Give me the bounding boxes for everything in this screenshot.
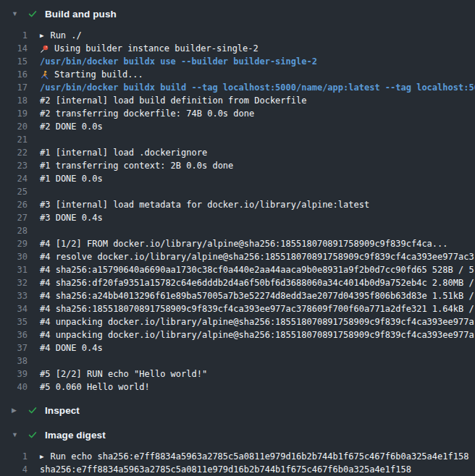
log-line-content: #4 [1/2] FROM docker.io/library/alpine@s… bbox=[40, 237, 448, 250]
line-number[interactable]: 28 bbox=[0, 224, 28, 237]
line-number[interactable]: 32 bbox=[0, 276, 28, 289]
log-line: 31#4 sha256:a15790640a6690aa1730c38cf0a4… bbox=[0, 263, 475, 276]
log-line-content: /usr/bin/docker buildx use --builder bui… bbox=[40, 55, 317, 68]
log-section-inspect: ▶Inspect bbox=[0, 402, 475, 418]
line-number[interactable]: 18 bbox=[0, 94, 28, 107]
log-line: 33#4 sha256:a24bb4013296f61e89ba57005a7b… bbox=[0, 289, 475, 302]
line-number[interactable]: 1 bbox=[0, 29, 28, 42]
line-number[interactable]: 17 bbox=[0, 81, 28, 94]
log-line-content: /usr/bin/docker buildx build --tag local… bbox=[40, 81, 475, 94]
line-number[interactable]: 22 bbox=[0, 146, 28, 159]
log-text: /usr/bin/docker buildx build --tag local… bbox=[40, 81, 475, 94]
log-line: 37#4 DONE 0.4s bbox=[0, 341, 475, 354]
log-line: 22#1 [internal] load .dockerignore bbox=[0, 146, 475, 159]
log-line-content: Using builder instance builder-single-2 bbox=[40, 42, 258, 55]
log-line: 28 bbox=[0, 224, 475, 237]
play-icon[interactable]: ▶ bbox=[40, 454, 43, 460]
chevron-down-icon: ▼ bbox=[12, 11, 28, 17]
log-line: 23#1 transferring context: 2B 0.0s done bbox=[0, 159, 475, 172]
log-text: Starting build... bbox=[54, 68, 143, 81]
line-number[interactable]: 39 bbox=[0, 367, 28, 381]
log-line: 38 bbox=[0, 354, 475, 367]
log-text: #4 sha256:a15790640a6690aa1730c38cf0a440… bbox=[40, 263, 474, 276]
log-text: #4 unpacking docker.io/library/alpine@sh… bbox=[40, 315, 474, 328]
line-number[interactable]: 27 bbox=[0, 211, 28, 224]
log-line: 26#3 [internal] load metadata for docker… bbox=[0, 198, 475, 211]
line-number[interactable]: 15 bbox=[0, 55, 28, 68]
line-number[interactable]: 40 bbox=[0, 381, 28, 394]
check-icon bbox=[28, 9, 45, 19]
log-lines: 1▶Run ./14Using builder instance builder… bbox=[0, 29, 475, 394]
log-line: 40#5 0.060 Hello world! bbox=[0, 381, 475, 394]
line-number[interactable]: 37 bbox=[0, 341, 28, 354]
line-number[interactable]: 36 bbox=[0, 328, 28, 341]
log-line: 17/usr/bin/docker buildx build --tag loc… bbox=[0, 81, 475, 94]
section-header-inspect[interactable]: ▶Inspect bbox=[0, 402, 475, 418]
line-number[interactable]: 29 bbox=[0, 237, 28, 250]
log-text: #1 DONE 0.0s bbox=[40, 172, 103, 185]
log-line-content: #1 transferring context: 2B 0.0s done bbox=[40, 159, 233, 172]
log-text: #1 transferring context: 2B 0.0s done bbox=[40, 159, 233, 172]
log-text: Run echo sha256:e7ff8834a5963a2785c5a081… bbox=[50, 450, 468, 463]
log-text: #3 DONE 0.4s bbox=[40, 211, 103, 224]
log-line-content: #4 sha256:185518070891758909c9f839cf4ca3… bbox=[40, 302, 474, 315]
log-text: Using builder instance builder-single-2 bbox=[54, 42, 258, 55]
log-line-content: #3 DONE 0.4s bbox=[40, 211, 103, 224]
log-section-image-digest: ▼Image digest1▶Run echo sha256:e7ff8834a… bbox=[0, 427, 475, 476]
line-number[interactable]: 1 bbox=[0, 450, 28, 463]
chevron-down-icon: ▼ bbox=[12, 432, 28, 438]
log-line: 24#1 DONE 0.0s bbox=[0, 172, 475, 185]
log-line: 1▶Run ./ bbox=[0, 29, 475, 42]
line-number[interactable]: 19 bbox=[0, 107, 28, 120]
line-number[interactable]: 23 bbox=[0, 159, 28, 172]
runner-icon bbox=[40, 70, 49, 80]
line-number[interactable]: 31 bbox=[0, 263, 28, 276]
check-icon bbox=[28, 430, 45, 440]
log-text: #2 DONE 0.0s bbox=[40, 120, 103, 133]
log-line-content: #4 unpacking docker.io/library/alpine@sh… bbox=[40, 315, 474, 328]
log-line-content: #4 sha256:a24bb4013296f61e89ba57005a7b3e… bbox=[40, 289, 474, 302]
line-number[interactable]: 35 bbox=[0, 315, 28, 328]
section-header-image-digest[interactable]: ▼Image digest bbox=[0, 427, 475, 443]
log-line-content: #4 sha256:a15790640a6690aa1730c38cf0a440… bbox=[40, 263, 474, 276]
log-line-content: #2 [internal] load build definition from… bbox=[40, 94, 306, 107]
line-number[interactable]: 33 bbox=[0, 289, 28, 302]
log-text: #4 unpacking docker.io/library/alpine@sh… bbox=[40, 328, 474, 341]
line-number[interactable]: 24 bbox=[0, 172, 28, 185]
play-icon[interactable]: ▶ bbox=[40, 33, 43, 39]
line-number[interactable]: 16 bbox=[0, 68, 28, 81]
actions-log-viewer: ▼Build and push1▶Run ./14Using builder i… bbox=[0, 0, 475, 476]
line-number[interactable]: 38 bbox=[0, 354, 28, 367]
line-number[interactable]: 26 bbox=[0, 198, 28, 211]
log-line: 4sha256:e7ff8834a5963a2785c5a0811e979d16… bbox=[0, 463, 475, 476]
log-line: 18#2 [internal] load build definition fr… bbox=[0, 94, 475, 107]
log-text: #4 [1/2] FROM docker.io/library/alpine@s… bbox=[40, 237, 448, 250]
log-line-content: sha256:e7ff8834a5963a2785c5a0811e979d16b… bbox=[40, 463, 411, 476]
log-line: 29#4 [1/2] FROM docker.io/library/alpine… bbox=[0, 237, 475, 250]
log-text: /usr/bin/docker buildx use --builder bui… bbox=[40, 55, 317, 68]
line-number[interactable]: 25 bbox=[0, 185, 28, 198]
log-text: #4 sha256:185518070891758909c9f839cf4ca3… bbox=[40, 302, 474, 315]
log-line-content: #3 [internal] load metadata for docker.i… bbox=[40, 198, 369, 211]
section-header-build-and-push[interactable]: ▼Build and push bbox=[0, 6, 475, 22]
log-line-content: #5 0.060 Hello world! bbox=[40, 381, 150, 394]
log-line-content: #1 [internal] load .dockerignore bbox=[40, 146, 207, 159]
line-number[interactable]: 34 bbox=[0, 302, 28, 315]
line-number[interactable]: 20 bbox=[0, 120, 28, 133]
line-number[interactable]: 14 bbox=[0, 42, 28, 55]
line-number[interactable]: 4 bbox=[0, 463, 28, 476]
line-number[interactable]: 21 bbox=[0, 133, 28, 146]
log-line-content: #4 sha256:df20fa9351a15782c64e6dddb2d4a6… bbox=[40, 276, 474, 289]
log-text: #2 [internal] load build definition from… bbox=[40, 94, 306, 107]
log-text: #4 sha256:a24bb4013296f61e89ba57005a7b3e… bbox=[40, 289, 474, 302]
log-text: #1 [internal] load .dockerignore bbox=[40, 146, 207, 159]
line-number[interactable]: 30 bbox=[0, 250, 28, 263]
section-title: Build and push bbox=[45, 9, 117, 20]
log-line-content: #5 [2/2] RUN echo "Hello world!" bbox=[40, 367, 207, 381]
log-text: Run ./ bbox=[50, 29, 81, 42]
log-text: #2 transferring dockerfile: 74B 0.0s don… bbox=[40, 107, 254, 120]
section-title: Inspect bbox=[45, 405, 80, 416]
log-line: 36#4 unpacking docker.io/library/alpine@… bbox=[0, 328, 475, 341]
log-line-content: #1 DONE 0.0s bbox=[40, 172, 103, 185]
log-text: #5 [2/2] RUN echo "Hello world!" bbox=[40, 367, 207, 381]
